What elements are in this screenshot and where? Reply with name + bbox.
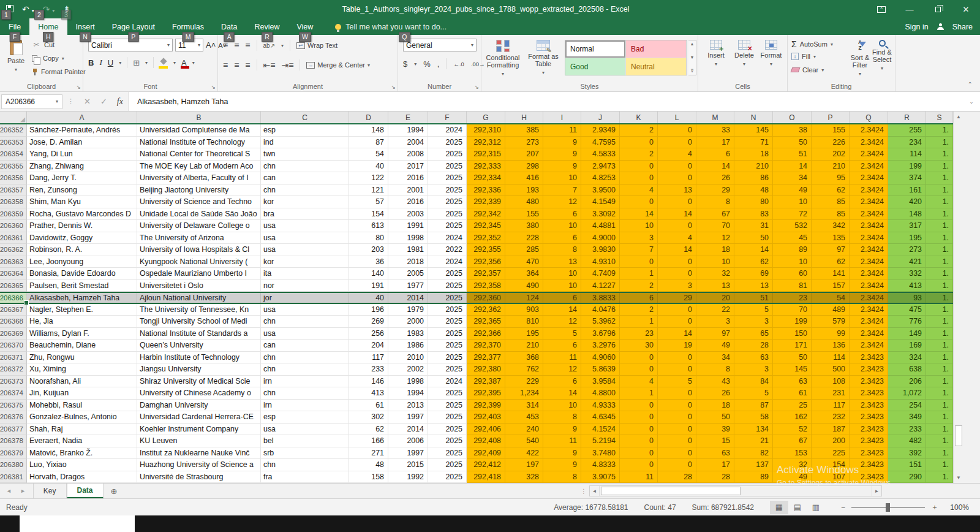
font-dialog-launcher-icon[interactable]: ↘ (211, 84, 216, 90)
ribbon-display-options-icon[interactable]: ⌃ (867, 0, 895, 18)
grid-cell[interactable]: 2003 (388, 208, 428, 221)
grid-cell[interactable]: 234 (888, 137, 926, 149)
grid-cell[interactable]: 13 (734, 280, 773, 292)
increase-decimal-icon[interactable]: ←.0 (453, 61, 464, 67)
grid-cell[interactable]: 240 (505, 424, 543, 436)
grid-cell[interactable]: 3.9500 (581, 184, 620, 197)
grid-cell[interactable]: 6 (543, 293, 581, 303)
grid-cell[interactable]: 52 (773, 424, 812, 436)
grid-cell[interactable]: 232 (812, 411, 850, 424)
grid-cell[interactable]: 810 (505, 316, 543, 328)
grid-cell[interactable]: Prather, Dennis W. (27, 220, 137, 232)
grid-cell[interactable]: 72 (773, 208, 812, 221)
grid-cell[interactable]: 5 (734, 304, 773, 316)
grid-cell[interactable]: 2005 (388, 268, 428, 280)
alignment-dialog-launcher-icon[interactable]: ↘ (391, 84, 396, 90)
grid-cell[interactable]: 0 (658, 304, 696, 316)
grid-cell[interactable]: 292,312 (467, 137, 505, 149)
grid-cell[interactable]: Everaert, Nadia (27, 435, 137, 447)
grid-cell[interactable]: 2.3424 (850, 148, 888, 161)
grid-cell[interactable]: 157 (812, 280, 850, 292)
grid-cell[interactable]: 34 (696, 352, 734, 364)
grid-cell[interactable]: 3 (734, 316, 773, 328)
grid-cell[interactable]: 14 (658, 328, 696, 340)
row-header[interactable]: 206378 (0, 435, 27, 447)
grid-cell[interactable]: 2025 (428, 363, 467, 376)
delete-cells-button[interactable]: ✕ Delete▾ (730, 36, 758, 80)
grid-cell[interactable]: 2.3423 (850, 459, 888, 471)
grid-cell[interactable]: 254 (888, 400, 926, 412)
grid-cell[interactable]: 14 (543, 387, 581, 400)
grid-cell[interactable]: 0 (658, 137, 696, 149)
grid-cell[interactable]: 480 (505, 196, 543, 208)
grid-cell[interactable]: 89 (734, 471, 773, 484)
grid-cell[interactable]: Zhang, Zhiwang (27, 161, 137, 173)
grid-cell[interactable]: 0 (658, 124, 696, 137)
grid-cell[interactable]: 29 (658, 293, 696, 303)
grid-cell[interactable]: 162 (773, 411, 812, 424)
grid-cell[interactable]: 135 (812, 232, 850, 245)
grid-cell[interactable]: 1. (926, 280, 953, 292)
grid-cell[interactable]: 13 (658, 184, 696, 197)
grid-cell[interactable]: 70 (773, 304, 812, 316)
row-header[interactable]: 206380 (0, 459, 27, 471)
top-align-icon[interactable]: ≡ (223, 42, 228, 49)
grid-cell[interactable]: 3 (696, 316, 734, 328)
grid-cell[interactable]: Matović, Branko Ž. (27, 447, 137, 460)
row-header[interactable]: 206371 (0, 352, 27, 364)
grid-cell[interactable]: 368 (505, 352, 543, 364)
column-header-o[interactable]: O (773, 112, 812, 123)
grid-cell[interactable]: University of Chinese Academy o (137, 387, 261, 400)
grid-cell[interactable]: Jiangsu University (137, 363, 261, 376)
grid-cell[interactable]: 2024 (428, 376, 467, 388)
grid-cell[interactable]: Huazhong University of Science a (137, 459, 261, 471)
tab-data[interactable]: DataA (213, 18, 246, 35)
grid-cell[interactable]: usa (261, 220, 349, 232)
grid-cell[interactable]: 1. (926, 328, 953, 340)
grid-cell[interactable]: 8 (696, 363, 734, 376)
grid-cell[interactable]: 6 (543, 340, 581, 352)
grid-cell[interactable]: 1. (926, 244, 953, 256)
expand-formula-bar-icon[interactable]: ⌄ (963, 92, 980, 111)
grid-cell[interactable]: Noorafshan, Ali (27, 376, 137, 388)
grid-cell[interactable]: 292,380 (467, 363, 505, 376)
grid-cell[interactable]: 3.9584 (581, 376, 620, 388)
grid-cell[interactable]: 12 (543, 363, 581, 376)
grid-cell[interactable]: 2 (620, 280, 658, 292)
grid-cell[interactable]: 10 (543, 400, 581, 412)
grid-cell[interactable]: 8 (543, 471, 581, 484)
grid-cell[interactable]: ind (261, 137, 349, 149)
grid-cell[interactable]: 8 (543, 244, 581, 256)
tab-view[interactable]: ViewW (288, 18, 322, 35)
grid-cell[interactable]: 81 (773, 280, 812, 292)
grid-cell[interactable]: 4.7595 (581, 137, 620, 149)
grid-cell[interactable]: 422 (505, 447, 543, 460)
grid-cell[interactable]: 148 (349, 124, 388, 137)
grid-cell[interactable]: 50 (773, 137, 812, 149)
column-header-r[interactable]: R (888, 112, 926, 123)
grid-cell[interactable]: Universidad Complutense de Ma (137, 124, 261, 137)
grid-cell[interactable]: 10 (543, 268, 581, 280)
grid-cell[interactable]: 762 (505, 363, 543, 376)
grid-cell[interactable]: 1997 (388, 447, 428, 460)
copy-button[interactable]: Copy▾ (32, 52, 64, 64)
grid-cell[interactable]: 332 (888, 268, 926, 280)
grid-cell[interactable]: 1. (926, 363, 953, 376)
grid-cell[interactable]: 579 (812, 316, 850, 328)
grid-cell[interactable]: 2025 (428, 196, 467, 208)
grid-cell[interactable]: 470 (505, 256, 543, 268)
grid-cell[interactable]: Kyungpook National University ( (137, 256, 261, 268)
grid-cell[interactable]: 1. (926, 184, 953, 197)
grid-cell[interactable]: KU Leuven (137, 435, 261, 447)
grid-cell[interactable]: 34 (773, 172, 812, 184)
grid-cell[interactable]: 80 (734, 196, 773, 208)
grid-cell[interactable]: Alkasasbeh, Hamzeh Taha (27, 293, 137, 303)
grid-cell[interactable]: 84 (734, 376, 773, 388)
grid-cell[interactable]: 1. (926, 471, 953, 484)
row-header[interactable]: 206361 (0, 232, 27, 245)
grid-cell[interactable]: 117 (812, 400, 850, 412)
grid-cell[interactable]: 1994 (388, 124, 428, 137)
grid-cell[interactable]: 197 (505, 459, 543, 471)
grid-cell[interactable]: 489 (812, 304, 850, 316)
grid-cell[interactable]: 3.3092 (581, 208, 620, 221)
